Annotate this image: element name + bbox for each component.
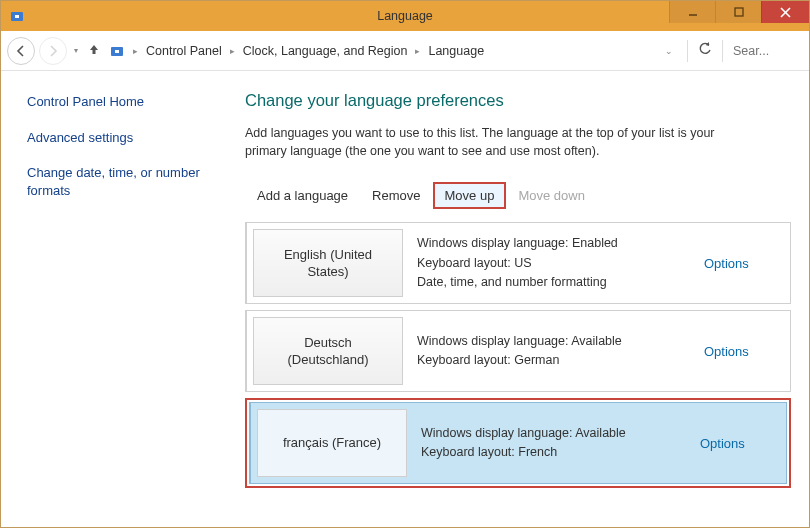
back-button[interactable] bbox=[7, 37, 35, 65]
page-description: Add languages you want to use to this li… bbox=[245, 124, 755, 160]
svg-rect-1 bbox=[15, 15, 19, 18]
svg-rect-7 bbox=[115, 50, 119, 53]
main-content: Change your language preferences Add lan… bbox=[223, 71, 809, 528]
minimize-button[interactable] bbox=[669, 1, 715, 23]
navbar: ▾ ▸ Control Panel ▸ Clock, Language, and… bbox=[1, 31, 809, 71]
language-details: Windows display language: Available Keyb… bbox=[413, 403, 700, 483]
options-link[interactable]: Options bbox=[700, 403, 786, 483]
maximize-button[interactable] bbox=[715, 1, 761, 23]
move-up-button[interactable]: Move up bbox=[433, 182, 507, 209]
sidebar-item-advanced[interactable]: Advanced settings bbox=[27, 129, 213, 147]
remove-button[interactable]: Remove bbox=[360, 182, 432, 209]
language-row[interactable]: français (France) Windows display langua… bbox=[249, 402, 787, 484]
close-button[interactable] bbox=[761, 1, 809, 23]
language-row[interactable]: English (United States) Windows display … bbox=[245, 222, 791, 304]
language-tile: English (United States) bbox=[253, 229, 403, 297]
move-down-button[interactable]: Move down bbox=[506, 182, 596, 209]
language-list: English (United States) Windows display … bbox=[245, 222, 791, 488]
body: Control Panel Home Advanced settings Cha… bbox=[1, 71, 809, 528]
sidebar: Control Panel Home Advanced settings Cha… bbox=[1, 71, 223, 528]
divider bbox=[687, 40, 688, 62]
keyboard-layout: Keyboard layout: German bbox=[417, 351, 696, 370]
extra-info: Date, time, and number formatting bbox=[417, 273, 696, 292]
forward-button[interactable] bbox=[39, 37, 67, 65]
language-toolbar: Add a language Remove Move up Move down bbox=[245, 178, 791, 212]
keyboard-layout: Keyboard layout: US bbox=[417, 254, 696, 273]
location-icon bbox=[109, 43, 125, 59]
address-dropdown-icon[interactable]: ⌄ bbox=[657, 46, 681, 56]
search-input[interactable] bbox=[729, 39, 803, 63]
page-title: Change your language preferences bbox=[245, 91, 791, 110]
keyboard-layout: Keyboard layout: French bbox=[421, 443, 692, 462]
app-icon bbox=[9, 8, 25, 24]
add-language-button[interactable]: Add a language bbox=[245, 182, 360, 209]
sidebar-item-datetime[interactable]: Change date, time, or number formats bbox=[27, 164, 213, 199]
refresh-button[interactable] bbox=[694, 42, 716, 59]
breadcrumb-item[interactable]: Language bbox=[426, 44, 486, 58]
breadcrumb-item[interactable]: Control Panel bbox=[144, 44, 224, 58]
language-tile: Deutsch (Deutschland) bbox=[253, 317, 403, 385]
svg-rect-3 bbox=[735, 8, 743, 16]
display-language: Windows display language: Enabled bbox=[417, 234, 696, 253]
divider bbox=[722, 40, 723, 62]
language-row[interactable]: Deutsch (Deutschland) Windows display la… bbox=[245, 310, 791, 392]
titlebar: Language bbox=[1, 1, 809, 31]
display-language: Windows display language: Available bbox=[421, 424, 692, 443]
chevron-right-icon: ▸ bbox=[131, 46, 140, 56]
history-dropdown-icon[interactable]: ▾ bbox=[71, 46, 81, 55]
options-link[interactable]: Options bbox=[704, 311, 790, 391]
display-language: Windows display language: Available bbox=[417, 332, 696, 351]
breadcrumb-item[interactable]: Clock, Language, and Region bbox=[241, 44, 410, 58]
window-controls bbox=[669, 1, 809, 25]
language-tile: français (France) bbox=[257, 409, 407, 477]
up-button[interactable] bbox=[85, 42, 103, 59]
options-link[interactable]: Options bbox=[704, 223, 790, 303]
window: Language ▾ ▸ Control Panel bbox=[0, 0, 810, 528]
chevron-right-icon: ▸ bbox=[413, 46, 422, 56]
language-details: Windows display language: Available Keyb… bbox=[409, 311, 704, 391]
chevron-right-icon: ▸ bbox=[228, 46, 237, 56]
selection-highlight: français (France) Windows display langua… bbox=[245, 398, 791, 488]
language-details: Windows display language: Enabled Keyboa… bbox=[409, 223, 704, 303]
sidebar-item-home[interactable]: Control Panel Home bbox=[27, 93, 213, 111]
